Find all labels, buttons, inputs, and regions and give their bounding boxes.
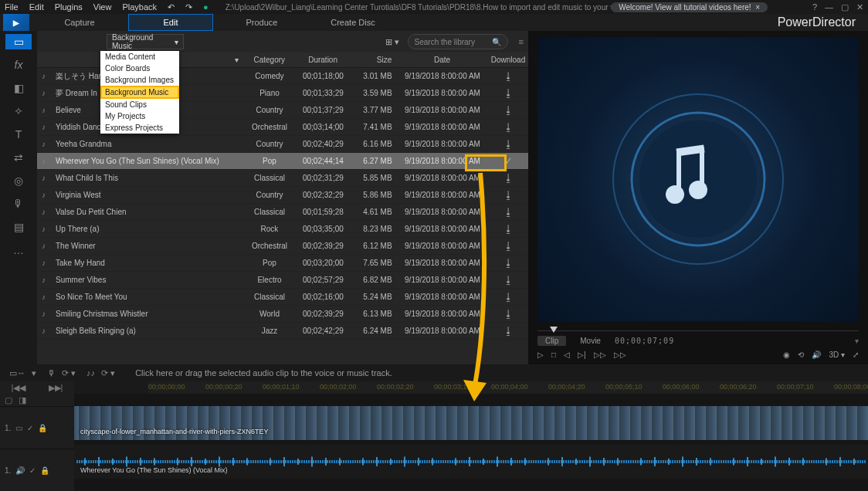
track-header-audio[interactable]: 1.🔊 ✓ 🔒 <box>0 449 74 491</box>
tl-jump-end-icon[interactable]: ▶▶| <box>49 383 63 393</box>
timeline-ruler[interactable]: 00;00;00;0000;00;00;2000;00;01;1000;00;0… <box>148 381 868 394</box>
lock-icon[interactable]: 🔒 <box>40 466 49 475</box>
video-clip[interactable]: cityscape-of-lower_manhattan-and-river-w… <box>74 406 868 440</box>
download-icon[interactable]: ⭳ <box>504 87 514 99</box>
tl-tool-icon[interactable]: ▭↔ <box>9 368 25 378</box>
menu-edit[interactable]: Edit <box>29 2 44 12</box>
preview-screen[interactable] <box>537 37 859 321</box>
download-icon[interactable]: ⭳ <box>504 325 514 337</box>
tab-edit[interactable]: Edit <box>128 14 213 31</box>
table-row[interactable]: ♪Virginia WestCountry00;02;32;295.86 MB9… <box>37 187 528 204</box>
dropdown-item-selected[interactable]: Background Music <box>100 86 179 99</box>
table-row[interactable]: ♪Summer VibesElectro00;02;57;296.82 MB9/… <box>37 272 528 289</box>
download-icon[interactable]: ⭳ <box>504 274 514 286</box>
col-size[interactable]: Size <box>351 52 396 67</box>
track-toggle-icon[interactable]: ◨ <box>19 395 26 405</box>
dropdown-item[interactable]: Express Projects <box>100 122 179 134</box>
table-row[interactable]: ♪Smiling Christmas WhistlerWorld00;02;39… <box>37 306 528 323</box>
table-row[interactable]: ♪Wherever You Go (The Sun Shines) (Vocal… <box>37 153 528 170</box>
redo-icon[interactable]: ↷ <box>185 2 192 12</box>
audio-clip[interactable]: Wherever You Go (The Sun Shines) (Vocal … <box>74 445 868 479</box>
table-row[interactable]: ♪Up There (a)Rock00;03;35;008.23 MB9/19/… <box>37 221 528 238</box>
download-icon[interactable]: ⭳ <box>504 138 514 150</box>
menu-file[interactable]: File <box>5 2 19 12</box>
volume-icon[interactable]: 🔊 <box>812 350 821 359</box>
track-header-video[interactable]: 1.▭ ✓ 🔒 <box>0 406 74 449</box>
library-category-dropdown[interactable]: Background Music▾ <box>107 34 184 49</box>
download-icon[interactable]: ⭳ <box>504 172 514 184</box>
close-icon[interactable]: ✕ <box>856 2 863 12</box>
timeline-content[interactable]: cityscape-of-lower_manhattan-and-river-w… <box>74 394 868 491</box>
snapshot-icon[interactable]: ◉ <box>783 350 790 359</box>
prev-frame-icon[interactable]: ◁ <box>564 350 570 359</box>
tab-create-disc[interactable]: Create Disc <box>310 14 395 31</box>
table-row[interactable]: ♪Valse Du Petit ChienClassical00;01;59;2… <box>37 204 528 221</box>
help-icon[interactable]: ● <box>203 2 209 12</box>
table-row[interactable]: ♪The WinnerOrchestral00;02;39;296.12 MB9… <box>37 238 528 255</box>
pip-room-icon[interactable]: ◧ <box>9 80 28 96</box>
table-row[interactable]: ♪Yeeha GrandmaCountry00;02;40;296.16 MB9… <box>37 136 528 153</box>
transition-room-icon[interactable]: ⇄ <box>9 150 28 165</box>
next-frame-icon[interactable]: ▷| <box>578 350 586 359</box>
chapter-room-icon[interactable]: ▤ <box>9 219 28 235</box>
download-icon[interactable]: ⭳ <box>504 308 514 320</box>
download-icon[interactable]: ⭳ <box>504 70 514 82</box>
stop-icon[interactable]: □ <box>551 350 556 359</box>
media-room-icon[interactable]: ▭ <box>5 34 32 49</box>
download-icon[interactable]: ⭳ <box>504 291 514 303</box>
download-icon[interactable]: ⭳ <box>504 223 514 235</box>
maximize-icon[interactable]: ▢ <box>841 2 849 12</box>
mic-tool-icon[interactable]: 🎙 <box>47 368 56 378</box>
dropdown-item[interactable]: My Projects <box>100 110 179 122</box>
view-mode-icon[interactable]: ⊞ ▾ <box>383 36 402 48</box>
music-tool-icon[interactable]: ♪♪ <box>86 368 95 378</box>
step-fwd-icon[interactable]: ▷▷ <box>594 350 606 359</box>
clip-mode-button[interactable]: Clip <box>537 336 566 346</box>
table-row[interactable]: ♪What Child Is ThisClassical00;02;31;295… <box>37 170 528 187</box>
undo-icon[interactable]: ↶ <box>168 2 175 12</box>
col-duration[interactable]: Duration <box>295 52 350 67</box>
quality-dropdown-icon[interactable]: ▾ <box>855 337 859 345</box>
tl-tool-icon[interactable]: ▾ <box>32 368 36 378</box>
table-row[interactable]: ♪So Nice To Meet YouClassical00;02;16;00… <box>37 289 528 306</box>
popout-icon[interactable]: ⤢ <box>853 350 859 359</box>
tab-capture[interactable]: Capture <box>37 14 122 31</box>
filter-icon[interactable]: ≡ <box>519 37 524 46</box>
search-input[interactable]: Search the library 🔍 <box>408 34 508 49</box>
visibility-icon[interactable]: ✓ <box>27 424 33 432</box>
play-icon[interactable]: ▷ <box>537 350 544 359</box>
fast-fwd-icon[interactable]: ▷▷ <box>614 350 626 359</box>
menu-playback[interactable]: Playback <box>122 2 157 12</box>
table-row[interactable]: ♪Sleigh Bells Ringing (a)Jazz00;02;42;29… <box>37 323 528 340</box>
search-icon[interactable]: 🔍 <box>492 38 501 46</box>
col-download[interactable]: Download <box>488 52 528 67</box>
help-button-icon[interactable]: ? <box>812 2 817 12</box>
tab-produce[interactable]: Produce <box>219 14 304 31</box>
menu-view[interactable]: View <box>93 2 112 12</box>
table-row[interactable]: ♪Take My HandPop00;03;20;007.65 MB9/19/2… <box>37 255 528 272</box>
welcome-banner[interactable]: Welcome! View all tutorial videos here! … <box>611 2 768 12</box>
movie-mode-button[interactable]: Movie <box>572 336 609 346</box>
dropdown-item[interactable]: Sound Clips <box>100 99 179 110</box>
tl-tool-icon[interactable]: ⟳ ▾ <box>101 368 115 378</box>
voice-room-icon[interactable]: 🎙 <box>9 196 28 212</box>
col-date[interactable]: Date <box>396 52 488 67</box>
tl-tool-icon[interactable]: ⟳ ▾ <box>62 368 76 378</box>
tl-jump-start-icon[interactable]: |◀◀ <box>12 383 26 393</box>
lock-icon[interactable]: 🔒 <box>38 424 47 432</box>
subtitle-room-icon[interactable]: … <box>9 242 28 258</box>
dropdown-item[interactable]: Media Content <box>100 51 179 63</box>
col-category[interactable]: Category <box>243 52 295 67</box>
title-room-icon[interactable]: T <box>9 127 28 142</box>
fx-room-icon[interactable]: fx <box>9 57 28 73</box>
check-icon[interactable]: ✓ <box>504 155 513 167</box>
download-icon[interactable]: ⭳ <box>504 189 514 201</box>
download-icon[interactable]: ⭳ <box>504 206 514 218</box>
visibility-icon[interactable]: ✓ <box>29 466 36 475</box>
track-toggle-icon[interactable]: ▢ <box>5 395 12 405</box>
menu-plugins[interactable]: Plugins <box>55 2 83 12</box>
particle-room-icon[interactable]: ✧ <box>9 103 28 119</box>
download-icon[interactable]: ⭳ <box>504 104 514 116</box>
preview-scrubber[interactable] <box>537 324 859 334</box>
3d-button[interactable]: 3D ▾ <box>829 350 845 359</box>
